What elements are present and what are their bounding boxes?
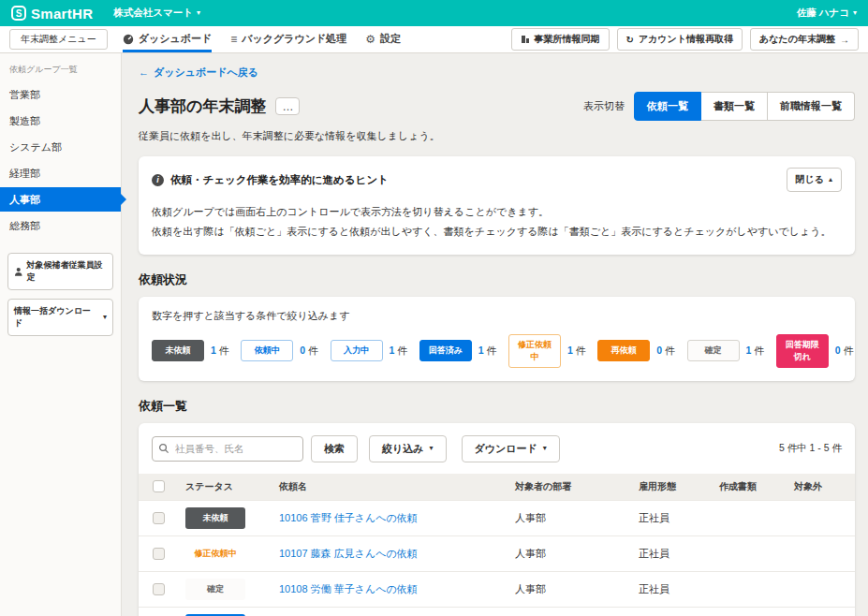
chip-count-number[interactable]: 1 — [746, 345, 752, 356]
page-subtitle: 従業員に依頼を出し、年末調整に必要な情報を収集しましょう。 — [139, 129, 855, 143]
dashboard-icon — [123, 34, 134, 45]
sidebar-item-systembu[interactable]: システム部 — [0, 135, 121, 159]
filter-button[interactable]: 絞り込み ▾ — [369, 435, 447, 462]
chip-count: 1 件 — [390, 345, 407, 358]
table-header-row: ステータス 依頼名 対象者の部署 雇用形態 作成書類 対象外 — [139, 474, 855, 501]
button-label: 情報一括ダウンロード — [14, 305, 99, 330]
sidebar-buttons: 対象候補者従業員設定 情報一括ダウンロード ▾ — [7, 253, 113, 336]
person-icon — [14, 267, 23, 276]
chip-count-number[interactable]: 1 — [478, 345, 484, 356]
hint-title: 依頼・チェック作業を効率的に進めるヒント — [170, 173, 389, 187]
department-cell: 人事部 — [508, 535, 631, 571]
hint-body: 依頼グループでは画面右上のコントロールで表示方法を切り替えることができます。 依… — [152, 202, 842, 242]
documents-cell — [712, 535, 787, 571]
chip-entering[interactable]: 入力中 — [331, 340, 383, 361]
button-label: 対象候補者従業員設定 — [27, 259, 108, 284]
request-table: ステータス 依頼名 対象者の部署 雇用形態 作成書類 対象外 未依頼 10106… — [139, 474, 855, 616]
download-button[interactable]: ダウンロード ▾ — [462, 435, 560, 462]
sidebar-item-seizobu[interactable]: 製造部 — [0, 109, 121, 133]
row-checkbox[interactable] — [153, 548, 165, 560]
back-to-dashboard-link[interactable]: ← ダッシュボードへ戻る — [139, 66, 258, 80]
department-cell: 人事部 — [508, 500, 631, 535]
request-link[interactable]: 10108 労働 華子さんへの依頼 — [279, 583, 418, 594]
status-description: 数字を押すと該当する条件で絞り込みます — [152, 309, 842, 323]
chevron-down-icon: ▾ — [853, 9, 857, 17]
title-more-button[interactable]: … — [275, 97, 300, 115]
view-option-previous-job[interactable]: 前職情報一覧 — [768, 92, 855, 121]
employment-cell: 正社員 — [631, 535, 712, 571]
view-option-documents[interactable]: 書類一覧 — [701, 92, 768, 121]
documents-cell — [712, 571, 787, 607]
chip-count: 1 件 — [567, 345, 585, 358]
header-documents: 作成書類 — [712, 474, 787, 501]
view-switch: 表示切替 依頼一覧 書類一覧 前職情報一覧 — [583, 92, 855, 121]
office-sync-button[interactable]: 事業所情報同期 — [511, 28, 610, 51]
chevron-up-icon: ▴ — [829, 176, 832, 183]
tab-background-jobs[interactable]: ≡ バックグラウンド処理 — [230, 26, 346, 52]
chip-count-unit: 件 — [397, 345, 407, 356]
request-link[interactable]: 10106 菅野 佳子さんへの依頼 — [279, 512, 418, 523]
search-icon — [158, 443, 169, 454]
smarthr-logo-icon: S — [11, 6, 26, 21]
chip-correction-requested[interactable]: 修正依頼中 — [508, 334, 561, 368]
search-input[interactable] — [152, 436, 303, 462]
sidebar-item-keiribu[interactable]: 経理部 — [0, 161, 121, 185]
department-cell: 人事部 — [508, 607, 631, 616]
search-button[interactable]: 検索 — [311, 435, 358, 462]
chip-count: 1 件 — [478, 345, 496, 358]
tab-label: バックグラウンド処理 — [242, 32, 346, 46]
candidate-employee-settings-button[interactable]: 対象候補者従業員設定 — [7, 253, 113, 290]
chip-requesting[interactable]: 依頼中 — [241, 340, 293, 361]
chip-count-unit: 件 — [754, 345, 764, 356]
chip-re-requested[interactable]: 再依頼 — [597, 340, 650, 361]
chip-count-number[interactable]: 0 — [300, 345, 305, 356]
chip-count-number[interactable]: 1 — [390, 345, 395, 356]
sidebar-item-jinjibu[interactable]: 人事部 — [0, 187, 121, 212]
chip-not-requested[interactable]: 未依頼 — [152, 340, 204, 361]
button-label: あなたの年末調整 — [759, 33, 835, 46]
hint-header: i 依頼・チェック作業を効率的に進めるヒント 閉じる ▴ — [152, 168, 842, 192]
tab-settings[interactable]: ⚙ 設定 — [365, 26, 401, 52]
title-row: 人事部の年末調整 … 表示切替 依頼一覧 書類一覧 前職情報一覧 — [139, 92, 855, 121]
chip-confirmed[interactable]: 確定 — [687, 340, 740, 361]
employment-cell: 正社員 — [631, 607, 712, 616]
status-badge: 修正依頼中 — [185, 543, 245, 565]
status-section-heading: 依頼状況 — [139, 271, 855, 288]
chip-count-unit: 件 — [487, 345, 497, 356]
header-request-name: 依頼名 — [272, 474, 508, 501]
chip-count-number[interactable]: 0 — [835, 345, 841, 356]
bulk-download-button[interactable]: 情報一括ダウンロード ▾ — [7, 299, 113, 336]
nenmatsu-menu-button[interactable]: 年末調整メニュー — [9, 29, 108, 50]
request-link[interactable]: 10107 藤森 広見さんへの依頼 — [279, 548, 418, 559]
smarthr-logo-text: SmartHR — [31, 6, 93, 22]
chip-expired[interactable]: 回答期限切れ — [776, 334, 829, 368]
row-checkbox[interactable] — [153, 583, 165, 595]
chip-count-number[interactable]: 1 — [211, 345, 216, 356]
page-title: 人事部の年末調整 — [139, 95, 266, 117]
view-option-requests[interactable]: 依頼一覧 — [634, 92, 701, 121]
chip-count-number[interactable]: 0 — [656, 345, 662, 356]
button-label: アカウント情報再取得 — [639, 33, 733, 46]
chip-count-number[interactable]: 1 — [567, 345, 573, 356]
chip-count-unit: 件 — [665, 345, 675, 356]
your-nencho-button[interactable]: あなたの年末調整 → — [750, 28, 859, 51]
main-content: ← ダッシュボードへ戻る 人事部の年末調整 … 表示切替 依頼一覧 書類一覧 前… — [122, 53, 868, 616]
header-status: ステータス — [178, 474, 272, 501]
app-header: S SmartHR 株式会社スマート ▾ 佐藤 ハナコ ▾ — [0, 0, 868, 26]
hint-close-button[interactable]: 閉じる ▴ — [787, 168, 842, 192]
sidebar-item-eigyobu[interactable]: 営業部 — [0, 82, 121, 107]
tab-dashboard[interactable]: ダッシュボード — [123, 26, 213, 52]
account-refresh-button[interactable]: ↻ アカウント情報再取得 — [617, 28, 743, 51]
search-wrap — [152, 436, 303, 462]
request-group-sidebar: 依頼グループ一覧 営業部 製造部 システム部 経理部 人事部 総務部 対象候補者… — [0, 53, 122, 616]
documents-cell — [712, 500, 787, 535]
chip-answered[interactable]: 回答済み — [419, 340, 472, 361]
user-menu[interactable]: 佐藤 ハナコ ▾ — [797, 7, 857, 20]
sidebar-item-somubu[interactable]: 総務部 — [0, 213, 121, 238]
tab-label: 設定 — [380, 32, 401, 46]
row-checkbox[interactable] — [153, 512, 165, 524]
company-switcher[interactable]: 株式会社スマート ▾ — [113, 7, 200, 20]
status-badge: 確定 — [185, 579, 245, 600]
table-row: 未依頼 10106 菅野 佳子さんへの依頼 人事部 正社員 — [139, 500, 855, 535]
select-all-checkbox[interactable] — [153, 480, 165, 492]
